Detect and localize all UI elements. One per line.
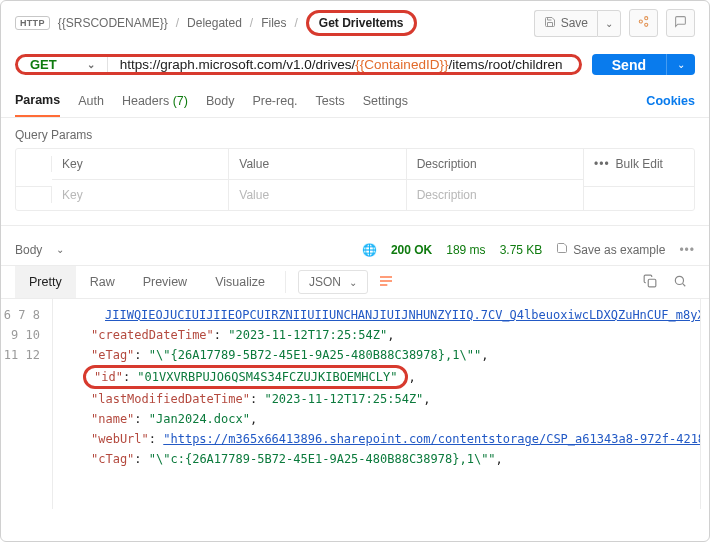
tab-settings[interactable]: Settings [363, 86, 408, 116]
url-row: GET ⌄ https://graph.microsoft.com/v1.0/d… [1, 44, 709, 85]
qp-desc-input[interactable]: Description [407, 179, 584, 210]
response-size: 3.75 KB [500, 243, 543, 257]
http-badge: HTTP [15, 16, 50, 30]
url-prefix: https://graph.microsoft.com/v1.0/drives/ [120, 57, 356, 72]
response-body: 6 7 8 9 10 11 12 JIIWQIEOJUCIUIJIIEOPCUI… [1, 299, 709, 509]
copy-icon[interactable] [635, 268, 665, 297]
save-icon [544, 16, 556, 31]
response-time: 189 ms [446, 243, 485, 257]
save-label: Save [561, 16, 588, 30]
cookies-link[interactable]: Cookies [646, 86, 695, 116]
send-group: Send ⌄ [592, 54, 695, 75]
search-icon[interactable] [665, 268, 695, 297]
crumb-sep: / [176, 16, 179, 30]
crumb-sep: / [250, 16, 253, 30]
svg-line-5 [683, 283, 686, 286]
qp-h-key: Key [52, 149, 229, 179]
chevron-down-icon[interactable]: ⌄ [56, 244, 64, 255]
tab-body[interactable]: Body [206, 86, 235, 116]
tab-headers[interactable]: Headers (7) [122, 86, 188, 116]
response-header: Body ⌄ 🌐 200 OK 189 ms 3.75 KB Save as e… [1, 225, 709, 265]
save-group: Save ⌄ [534, 10, 621, 37]
send-dropdown[interactable]: ⌄ [666, 54, 695, 75]
method-label: GET [30, 57, 57, 72]
crumb-active[interactable]: Get DriveItems [306, 10, 417, 36]
crumb-2[interactable]: Files [261, 16, 286, 30]
wrap-lines-icon[interactable] [378, 274, 394, 291]
line-gutter: 6 7 8 9 10 11 12 [1, 299, 53, 509]
tab-tests[interactable]: Tests [316, 86, 345, 116]
globe-icon[interactable]: 🌐 [362, 243, 377, 257]
view-raw[interactable]: Raw [76, 266, 129, 298]
query-params-table: Key Value Description •••Bulk Edit Key V… [15, 148, 695, 211]
qp-h-value: Value [229, 149, 406, 179]
url-suffix: /items/root/children [448, 57, 562, 72]
svg-point-4 [675, 276, 683, 284]
share-icon [637, 15, 650, 31]
code-area[interactable]: JIIWQIEOJUCIUIJIIEOPCUIRZNIIUIIUNCHANJIU… [53, 299, 701, 509]
format-select[interactable]: JSON⌄ [298, 270, 368, 294]
svg-rect-3 [648, 279, 656, 287]
url-box: GET ⌄ https://graph.microsoft.com/v1.0/d… [15, 54, 582, 75]
view-visualize[interactable]: Visualize [201, 266, 279, 298]
response-body-label[interactable]: Body [15, 243, 42, 257]
chevron-down-icon: ⌄ [87, 59, 95, 70]
comments-button[interactable] [666, 9, 695, 37]
view-preview[interactable]: Preview [129, 266, 201, 298]
crumb-sep: / [295, 16, 298, 30]
query-params-title: Query Params [1, 118, 709, 148]
share-button[interactable] [629, 9, 658, 37]
chevron-down-icon: ⌄ [349, 277, 357, 288]
crumb-0[interactable]: {{SRSCODENAME}} [58, 16, 168, 30]
more-icon: ••• [594, 157, 610, 171]
response-view-bar: Pretty Raw Preview Visualize JSON⌄ [1, 265, 709, 299]
request-tabs: Params Auth Headers (7) Body Pre-req. Te… [1, 85, 709, 118]
qp-header-row: Key Value Description •••Bulk Edit [16, 149, 694, 179]
qp-h-desc: Description [407, 149, 584, 179]
code-url-frag: JIIWQIEOJUCIUIJIIEOPCUIRZNIIUIIUNCHANJIU… [105, 308, 701, 322]
url-variable: {{ContainedID}} [355, 57, 448, 72]
tab-params[interactable]: Params [15, 85, 60, 117]
crumb-1[interactable]: Delegated [187, 16, 242, 30]
id-highlight: "id": "01VXVRBPUJO6QSM4S34FCZUJKIBOEMHCL… [83, 365, 408, 389]
qp-empty-row[interactable]: Key Value Description [16, 179, 694, 210]
tab-auth[interactable]: Auth [78, 86, 104, 116]
save-as-example[interactable]: Save as example [556, 242, 665, 257]
method-select[interactable]: GET ⌄ [18, 57, 108, 72]
save-button[interactable]: Save [534, 10, 597, 37]
save-icon [556, 242, 568, 257]
qp-value-input[interactable]: Value [229, 179, 406, 210]
url-input[interactable]: https://graph.microsoft.com/v1.0/drives/… [108, 57, 579, 72]
save-dropdown[interactable]: ⌄ [597, 10, 621, 37]
qp-key-input[interactable]: Key [52, 179, 229, 210]
comment-icon [674, 15, 687, 31]
tab-prereq[interactable]: Pre-req. [252, 86, 297, 116]
chevron-down-icon: ⌄ [605, 18, 613, 29]
send-button[interactable]: Send [592, 54, 666, 75]
view-pretty[interactable]: Pretty [15, 266, 76, 298]
qp-checkbox-col [16, 156, 52, 172]
qp-bulk-edit[interactable]: •••Bulk Edit [584, 149, 694, 179]
breadcrumb: HTTP {{SRSCODENAME}} / Delegated / Files… [1, 1, 709, 44]
chevron-down-icon: ⌄ [677, 59, 685, 70]
more-icon[interactable]: ••• [679, 243, 695, 257]
status-code: 200 OK [391, 243, 432, 257]
